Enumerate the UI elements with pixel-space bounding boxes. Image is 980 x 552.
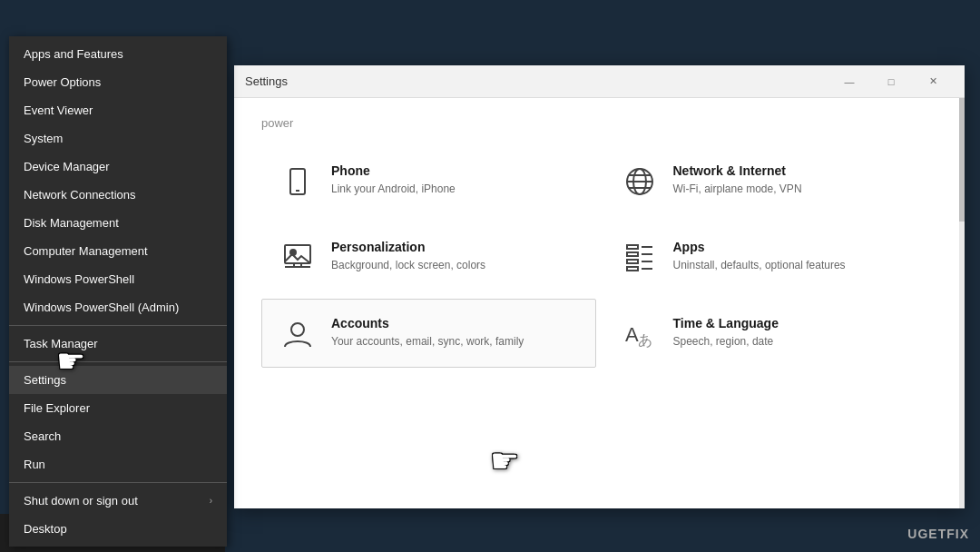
settings-titlebar: Settings — □ ✕ bbox=[234, 65, 965, 98]
settings-card-time-language[interactable]: A あ Time & LanguageSpeech, region, date bbox=[603, 299, 938, 368]
menu-item-run[interactable]: Run bbox=[9, 450, 227, 478]
card-title-apps: Apps bbox=[673, 240, 919, 254]
settings-card-apps[interactable]: AppsUninstall, defaults, optional featur… bbox=[603, 222, 938, 291]
settings-card-phone[interactable]: PhoneLink your Android, iPhone bbox=[261, 146, 596, 215]
settings-window: Settings — □ ✕ power PhoneLink your Andr… bbox=[234, 65, 965, 508]
card-info-personalization: PersonalizationBackground, lock screen, … bbox=[331, 240, 577, 273]
card-info-time-language: Time & LanguageSpeech, region, date bbox=[673, 316, 919, 350]
watermark: UGETFIX bbox=[907, 527, 969, 541]
menu-item-task-manager[interactable]: Task Manager bbox=[9, 330, 227, 358]
menu-item-network-connections[interactable]: Network Connections bbox=[9, 181, 227, 209]
menu-item-label: Disk Management bbox=[24, 216, 119, 230]
svg-rect-15 bbox=[627, 267, 638, 271]
titlebar-controls: — □ ✕ bbox=[828, 67, 954, 96]
card-desc-accounts: Your accounts, email, sync, work, family bbox=[331, 334, 577, 350]
settings-content: power PhoneLink your Android, iPhone Net… bbox=[234, 98, 965, 508]
settings-card-network[interactable]: Network & InternetWi-Fi, airplane mode, … bbox=[603, 146, 938, 215]
svg-rect-12 bbox=[627, 245, 638, 249]
svg-text:A: A bbox=[625, 323, 639, 346]
menu-item-label: Computer Management bbox=[24, 244, 148, 258]
settings-card-accounts[interactable]: AccountsYour accounts, email, sync, work… bbox=[261, 299, 596, 368]
settings-window-title: Settings bbox=[245, 74, 828, 88]
menu-item-apps-features[interactable]: Apps and Features bbox=[9, 40, 227, 68]
menu-item-label: System bbox=[24, 132, 63, 145]
menu-item-device-manager[interactable]: Device Manager bbox=[9, 153, 227, 181]
menu-divider bbox=[9, 325, 227, 326]
scrollbar-thumb bbox=[959, 98, 965, 222]
card-desc-network: Wi-Fi, airplane mode, VPN bbox=[673, 182, 919, 197]
menu-item-label: Run bbox=[24, 458, 45, 471]
scrollbar[interactable] bbox=[959, 98, 965, 508]
accounts-icon bbox=[280, 318, 315, 350]
settings-main-panel: power PhoneLink your Android, iPhone Net… bbox=[234, 98, 965, 508]
card-desc-apps: Uninstall, defaults, optional features bbox=[673, 258, 919, 273]
menu-item-label: Windows PowerShell (Admin) bbox=[24, 301, 179, 314]
menu-item-label: Task Manager bbox=[24, 337, 98, 350]
menu-item-label: Event Viewer bbox=[24, 104, 93, 117]
time-icon: A あ bbox=[622, 318, 657, 350]
menu-item-label: Shut down or sign out bbox=[24, 494, 138, 508]
card-desc-phone: Link your Android, iPhone bbox=[331, 182, 577, 197]
menu-item-desktop[interactable]: Desktop bbox=[9, 515, 227, 543]
apps-icon bbox=[622, 242, 657, 274]
menu-item-label: Windows PowerShell bbox=[24, 272, 134, 286]
menu-item-computer-management[interactable]: Computer Management bbox=[9, 237, 227, 265]
context-menu: Apps and FeaturesPower OptionsEvent View… bbox=[9, 36, 227, 547]
settings-card-personalization[interactable]: PersonalizationBackground, lock screen, … bbox=[261, 222, 596, 291]
svg-point-20 bbox=[291, 323, 304, 336]
menu-item-label: Network Connections bbox=[24, 188, 136, 202]
card-title-network: Network & Internet bbox=[673, 163, 919, 178]
menu-item-event-viewer[interactable]: Event Viewer bbox=[9, 96, 227, 124]
menu-item-power-options[interactable]: Power Options bbox=[9, 68, 227, 96]
card-info-phone: PhoneLink your Android, iPhone bbox=[331, 163, 577, 197]
card-info-network: Network & InternetWi-Fi, airplane mode, … bbox=[673, 163, 919, 197]
card-info-apps: AppsUninstall, defaults, optional featur… bbox=[673, 240, 919, 273]
minimize-button[interactable]: — bbox=[828, 67, 870, 96]
svg-rect-14 bbox=[627, 260, 638, 263]
card-desc-time-language: Speech, region, date bbox=[673, 334, 919, 350]
settings-grid: PhoneLink your Android, iPhone Network &… bbox=[261, 137, 937, 368]
network-icon bbox=[622, 165, 657, 198]
menu-item-label: Power Options bbox=[24, 75, 101, 89]
card-title-time-language: Time & Language bbox=[673, 316, 919, 330]
menu-item-label: Desktop bbox=[24, 522, 67, 536]
menu-item-label: Settings bbox=[24, 373, 66, 387]
close-button[interactable]: ✕ bbox=[912, 67, 954, 96]
menu-item-disk-management[interactable]: Disk Management bbox=[9, 209, 227, 237]
menu-item-shutdown[interactable]: Shut down or sign out› bbox=[9, 487, 227, 515]
submenu-arrow-icon: › bbox=[210, 496, 212, 506]
card-title-personalization: Personalization bbox=[331, 240, 577, 254]
menu-item-windows-powershell[interactable]: Windows PowerShell bbox=[9, 265, 227, 293]
menu-divider bbox=[9, 482, 227, 483]
maximize-button[interactable]: □ bbox=[870, 67, 912, 96]
menu-item-label: Search bbox=[24, 429, 61, 443]
card-title-accounts: Accounts bbox=[331, 316, 577, 330]
menu-item-windows-powershell-admin[interactable]: Windows PowerShell (Admin) bbox=[9, 293, 227, 321]
svg-text:あ: あ bbox=[638, 332, 652, 348]
menu-item-settings[interactable]: Settings bbox=[9, 366, 227, 394]
card-info-accounts: AccountsYour accounts, email, sync, work… bbox=[331, 316, 577, 350]
svg-rect-13 bbox=[627, 252, 638, 256]
menu-item-label: Apps and Features bbox=[24, 47, 123, 61]
card-desc-personalization: Background, lock screen, colors bbox=[331, 258, 577, 273]
personalization-icon bbox=[280, 242, 315, 274]
menu-item-system[interactable]: System bbox=[9, 124, 227, 153]
menu-item-file-explorer[interactable]: File Explorer bbox=[9, 394, 227, 422]
phone-icon bbox=[280, 165, 315, 198]
menu-item-label: File Explorer bbox=[24, 401, 90, 415]
menu-item-search[interactable]: Search bbox=[9, 422, 227, 450]
menu-item-label: Device Manager bbox=[24, 160, 110, 173]
settings-top-label: power bbox=[261, 116, 937, 130]
menu-divider bbox=[9, 361, 227, 362]
card-title-phone: Phone bbox=[331, 163, 577, 178]
